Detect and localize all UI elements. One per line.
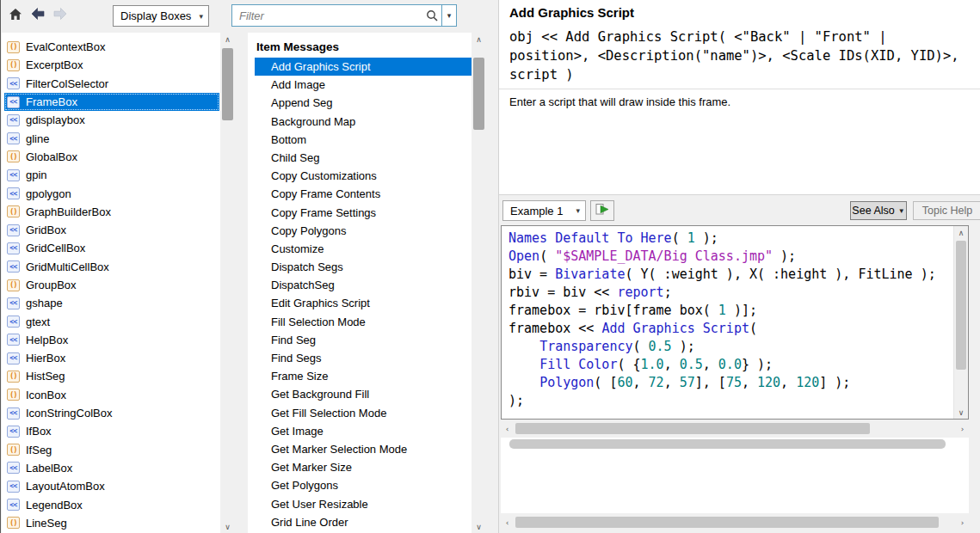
- scrollbar-thumb[interactable]: [222, 48, 233, 120]
- display-box-item[interactable]: <<GridMultiCellBox: [4, 258, 219, 276]
- message-item[interactable]: Get Marker Size: [255, 458, 472, 476]
- detail-panel: Add Graphics Script obj << Add Graphics …: [498, 0, 980, 533]
- see-also-button[interactable]: See Also ▼: [850, 201, 907, 220]
- item-messages-panel: Item Messages Add Graphics ScriptAdd Ima…: [248, 33, 486, 533]
- example-code-editor[interactable]: Names Default To Here( 1 );Open( "$SAMPL…: [501, 225, 969, 420]
- display-box-item[interactable]: <<GridBox: [4, 221, 219, 239]
- message-item[interactable]: Get Polygons: [255, 476, 472, 494]
- scrollbar-thumb[interactable]: [473, 58, 484, 130]
- topic-help-button[interactable]: Topic Help: [913, 201, 980, 220]
- display-box-item[interactable]: <<gshape: [4, 294, 219, 312]
- scripting-index-window: Display Boxes ▾ ▾ ()EvalContextBox()Exce…: [0, 0, 980, 533]
- display-box-item[interactable]: <<LabelBox: [4, 459, 219, 477]
- message-item[interactable]: Dispatch Segs: [255, 258, 472, 276]
- message-item[interactable]: Get Marker Selection Mode: [255, 440, 472, 458]
- item-messages-scrollbar[interactable]: ∧ ∨: [472, 33, 486, 533]
- message-item[interactable]: Grid Line Order: [255, 513, 472, 531]
- scrollbar-track[interactable]: [954, 239, 968, 406]
- home-button[interactable]: [4, 4, 26, 26]
- message-item[interactable]: Get Background Fill: [255, 385, 472, 403]
- run-example-button[interactable]: [590, 200, 614, 221]
- message-item[interactable]: Add Graphics Script: [255, 58, 472, 76]
- scroll-left-button[interactable]: ‹: [501, 421, 514, 436]
- filter-dropdown-button[interactable]: ▾: [441, 5, 456, 26]
- display-box-item[interactable]: <<LegendBox: [4, 495, 219, 513]
- message-item[interactable]: Copy Frame Contents: [255, 185, 472, 203]
- code-vertical-scrollbar[interactable]: ∧ ∨: [953, 226, 968, 419]
- message-item[interactable]: Fill Selection Mode: [255, 313, 472, 331]
- display-box-list-scrollbar[interactable]: ∧ ∨: [220, 33, 235, 533]
- example-dropdown[interactable]: Example 1 ▾: [502, 200, 586, 221]
- display-box-item[interactable]: ()HistSeg: [4, 367, 219, 385]
- message-item[interactable]: Get User Resizable: [255, 495, 472, 513]
- scroll-right-button[interactable]: ›: [956, 421, 969, 436]
- display-box-item[interactable]: ()ExcerptBox: [4, 56, 219, 74]
- display-box-item[interactable]: ()IconBox: [4, 386, 219, 404]
- message-item[interactable]: Background Map: [255, 113, 472, 131]
- toolbar: Display Boxes ▾ ▾: [1, 0, 498, 33]
- display-box-item[interactable]: <<HelpBox: [4, 331, 219, 349]
- message-item[interactable]: DispatchSeg: [255, 276, 472, 294]
- code-line: biv = Bivariate( Y( :weight ), X( :heigh…: [508, 266, 953, 284]
- message-item[interactable]: Frame Size: [255, 367, 472, 385]
- message-item[interactable]: Find Seg: [255, 331, 472, 349]
- scrollbar-track[interactable]: [514, 515, 956, 530]
- display-box-item[interactable]: <<FrameBox: [4, 93, 219, 111]
- scrollbar-track[interactable]: [472, 46, 486, 520]
- output-pane[interactable]: [501, 438, 969, 513]
- message-item[interactable]: Copy Frame Settings: [255, 204, 472, 222]
- display-box-item[interactable]: ()LineSeg: [4, 514, 219, 532]
- display-box-item[interactable]: <<gdisplaybox: [4, 111, 219, 129]
- scroll-right-button[interactable]: ›: [956, 515, 969, 530]
- scrollbar-thumb[interactable]: [515, 423, 870, 434]
- search-icon[interactable]: [422, 9, 441, 21]
- back-button[interactable]: [27, 4, 48, 26]
- display-box-item[interactable]: <<FilterColSelector: [4, 75, 219, 93]
- display-box-item[interactable]: ()GroupBox: [4, 276, 219, 294]
- scroll-up-button[interactable]: ∧: [472, 33, 486, 46]
- scrollbar-track[interactable]: [220, 46, 235, 520]
- display-box-item[interactable]: <<IconStringColBox: [4, 404, 219, 422]
- display-box-item[interactable]: ()EvalContextBox: [4, 38, 219, 56]
- page-title: Add Graphics Script: [509, 5, 634, 20]
- message-item[interactable]: Copy Polygons: [255, 222, 472, 240]
- scroll-up-button[interactable]: ∧: [954, 226, 968, 239]
- code-line: framebox = rbiv[frame box( 1 )];: [508, 302, 953, 320]
- output-horizontal-scrollbar[interactable]: ‹ ›: [501, 515, 969, 530]
- message-item[interactable]: Add Image: [255, 76, 472, 94]
- display-box-item[interactable]: ()GraphBuilderBox: [4, 203, 219, 221]
- display-box-item[interactable]: <<LayoutAtomBox: [4, 477, 219, 495]
- display-box-item[interactable]: <<gpolygon: [4, 184, 219, 202]
- display-box-item[interactable]: <<GridCellBox: [4, 239, 219, 257]
- message-item[interactable]: Bottom: [255, 131, 472, 149]
- filter-input[interactable]: [232, 9, 422, 22]
- message-item[interactable]: Append Seg: [255, 94, 472, 112]
- scrollbar-thumb[interactable]: [956, 241, 966, 370]
- message-item[interactable]: Customize: [255, 240, 472, 258]
- message-item[interactable]: Get Fill Selection Mode: [255, 404, 472, 422]
- code-horizontal-scrollbar[interactable]: ‹ ›: [501, 421, 969, 436]
- message-item[interactable]: Child Seg: [255, 149, 472, 167]
- display-box-item[interactable]: <<gtext: [4, 312, 219, 330]
- display-box-item[interactable]: ()IfSeg: [4, 441, 219, 459]
- display-box-item[interactable]: <<IfBox: [4, 422, 219, 440]
- scrollbar-track[interactable]: [514, 421, 956, 436]
- message-item[interactable]: Edit Graphics Script: [255, 294, 472, 312]
- display-box-item[interactable]: <<HierBox: [4, 349, 219, 367]
- scrollbar-thumb[interactable]: [515, 517, 939, 528]
- category-dropdown[interactable]: Display Boxes ▾: [113, 5, 209, 27]
- display-box-item[interactable]: <<gline: [4, 129, 219, 147]
- scroll-left-button[interactable]: ‹: [501, 515, 514, 530]
- display-box-item[interactable]: <<gpin: [4, 166, 219, 184]
- message-item[interactable]: Copy Customizations: [255, 167, 472, 185]
- message-icon: <<: [7, 481, 20, 493]
- message-item[interactable]: Get Image: [255, 422, 472, 440]
- splitter-bar[interactable]: [509, 439, 946, 449]
- scroll-down-button[interactable]: ∨: [220, 520, 235, 533]
- forward-button[interactable]: [49, 4, 71, 26]
- scroll-down-button[interactable]: ∨: [472, 520, 486, 533]
- message-item[interactable]: Find Segs: [255, 349, 472, 367]
- scroll-up-button[interactable]: ∧: [220, 33, 235, 46]
- display-box-item[interactable]: ()GlobalBox: [4, 148, 219, 166]
- scroll-down-button[interactable]: ∨: [954, 406, 968, 419]
